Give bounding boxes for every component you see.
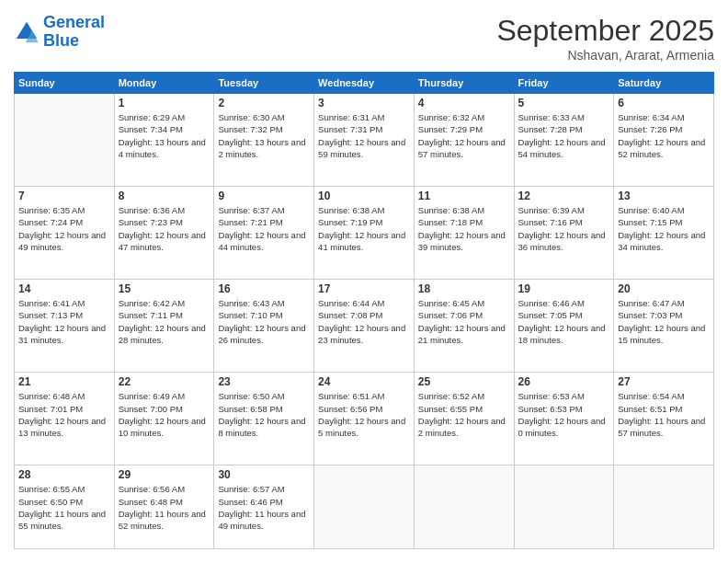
day-number: 26 <box>518 375 610 388</box>
day-number: 6 <box>618 97 710 109</box>
calendar-cell: 5Sunrise: 6:33 AMSunset: 7:28 PMDaylight… <box>514 94 614 187</box>
day-number: 30 <box>218 468 310 481</box>
day-info: Sunrise: 6:53 AMSunset: 6:53 PMDaylight:… <box>518 390 610 439</box>
calendar-week-1: 1Sunrise: 6:29 AMSunset: 7:34 PMDaylight… <box>15 94 714 187</box>
calendar-cell: 24Sunrise: 6:51 AMSunset: 6:56 PMDayligh… <box>314 373 415 465</box>
day-info: Sunrise: 6:51 AMSunset: 6:56 PMDaylight:… <box>318 390 410 439</box>
calendar-cell: 26Sunrise: 6:53 AMSunset: 6:53 PMDayligh… <box>514 373 614 465</box>
calendar-cell: 8Sunrise: 6:36 AMSunset: 7:23 PMDaylight… <box>114 187 214 280</box>
day-info: Sunrise: 6:40 AMSunset: 7:15 PMDaylight:… <box>618 204 710 253</box>
day-number: 13 <box>618 190 710 202</box>
day-info: Sunrise: 6:47 AMSunset: 7:03 PMDaylight:… <box>618 297 710 346</box>
day-info: Sunrise: 6:49 AMSunset: 7:00 PMDaylight:… <box>119 390 210 439</box>
day-info: Sunrise: 6:46 AMSunset: 7:05 PMDaylight:… <box>518 297 610 346</box>
day-info: Sunrise: 6:39 AMSunset: 7:16 PMDaylight:… <box>518 204 610 253</box>
day-info: Sunrise: 6:56 AMSunset: 6:48 PMDaylight:… <box>119 483 210 532</box>
column-header-friday: Friday <box>514 73 614 94</box>
column-header-saturday: Saturday <box>614 73 714 94</box>
calendar-week-2: 7Sunrise: 6:35 AMSunset: 7:24 PMDaylight… <box>15 187 714 280</box>
day-number: 2 <box>218 97 310 109</box>
calendar-cell: 27Sunrise: 6:54 AMSunset: 6:51 PMDayligh… <box>614 373 714 465</box>
calendar-cell: 19Sunrise: 6:46 AMSunset: 7:05 PMDayligh… <box>514 280 614 373</box>
day-info: Sunrise: 6:34 AMSunset: 7:26 PMDaylight:… <box>618 111 710 160</box>
day-number: 15 <box>119 282 210 295</box>
page: General Blue September 2025 Nshavan, Ara… <box>0 0 728 563</box>
calendar-cell: 20Sunrise: 6:47 AMSunset: 7:03 PMDayligh… <box>614 280 714 373</box>
day-number: 9 <box>218 190 310 202</box>
day-number: 16 <box>218 282 310 295</box>
day-info: Sunrise: 6:44 AMSunset: 7:08 PMDaylight:… <box>318 297 410 346</box>
day-number: 20 <box>618 282 710 295</box>
day-info: Sunrise: 6:48 AMSunset: 7:01 PMDaylight:… <box>18 390 110 439</box>
day-number: 4 <box>418 97 510 109</box>
calendar-cell: 7Sunrise: 6:35 AMSunset: 7:24 PMDaylight… <box>15 187 115 280</box>
day-info: Sunrise: 6:50 AMSunset: 6:58 PMDaylight:… <box>218 390 310 439</box>
day-number: 27 <box>618 375 710 388</box>
header: General Blue September 2025 Nshavan, Ara… <box>14 14 714 63</box>
month-title: September 2025 <box>496 14 714 48</box>
calendar-cell: 30Sunrise: 6:57 AMSunset: 6:46 PMDayligh… <box>214 465 314 549</box>
calendar-cell: 10Sunrise: 6:38 AMSunset: 7:19 PMDayligh… <box>314 187 415 280</box>
day-number: 12 <box>518 190 610 202</box>
calendar-week-3: 14Sunrise: 6:41 AMSunset: 7:13 PMDayligh… <box>15 280 714 373</box>
calendar-cell: 1Sunrise: 6:29 AMSunset: 7:34 PMDaylight… <box>114 94 214 187</box>
calendar-cell: 22Sunrise: 6:49 AMSunset: 7:00 PMDayligh… <box>114 373 214 465</box>
title-block: September 2025 Nshavan, Ararat, Armenia <box>496 14 714 63</box>
day-info: Sunrise: 6:31 AMSunset: 7:31 PMDaylight:… <box>318 111 410 160</box>
calendar-cell <box>15 94 115 187</box>
day-number: 1 <box>119 97 210 109</box>
calendar-cell <box>314 465 415 549</box>
column-header-thursday: Thursday <box>414 73 514 94</box>
day-number: 23 <box>218 375 310 388</box>
day-info: Sunrise: 6:33 AMSunset: 7:28 PMDaylight:… <box>518 111 610 160</box>
day-info: Sunrise: 6:30 AMSunset: 7:32 PMDaylight:… <box>218 111 310 160</box>
day-number: 19 <box>518 282 610 295</box>
day-number: 24 <box>318 375 410 388</box>
day-info: Sunrise: 6:35 AMSunset: 7:24 PMDaylight:… <box>18 204 110 253</box>
calendar-cell <box>614 465 714 549</box>
day-number: 28 <box>18 468 110 481</box>
day-info: Sunrise: 6:37 AMSunset: 7:21 PMDaylight:… <box>218 204 310 253</box>
day-number: 22 <box>119 375 210 388</box>
logo-text: General Blue <box>43 14 105 51</box>
calendar-cell: 15Sunrise: 6:42 AMSunset: 7:11 PMDayligh… <box>114 280 214 373</box>
calendar-cell: 2Sunrise: 6:30 AMSunset: 7:32 PMDaylight… <box>214 94 314 187</box>
day-number: 10 <box>318 190 410 202</box>
logo-icon <box>14 19 40 45</box>
calendar-cell: 4Sunrise: 6:32 AMSunset: 7:29 PMDaylight… <box>414 94 514 187</box>
day-info: Sunrise: 6:29 AMSunset: 7:34 PMDaylight:… <box>119 111 210 160</box>
day-number: 14 <box>18 282 110 295</box>
calendar-cell: 29Sunrise: 6:56 AMSunset: 6:48 PMDayligh… <box>114 465 214 549</box>
column-header-wednesday: Wednesday <box>314 73 415 94</box>
day-info: Sunrise: 6:32 AMSunset: 7:29 PMDaylight:… <box>418 111 510 160</box>
calendar-cell: 9Sunrise: 6:37 AMSunset: 7:21 PMDaylight… <box>214 187 314 280</box>
calendar-cell: 12Sunrise: 6:39 AMSunset: 7:16 PMDayligh… <box>514 187 614 280</box>
day-number: 17 <box>318 282 410 295</box>
day-number: 18 <box>418 282 510 295</box>
day-number: 21 <box>18 375 110 388</box>
day-number: 7 <box>18 190 110 202</box>
calendar-cell: 6Sunrise: 6:34 AMSunset: 7:26 PMDaylight… <box>614 94 714 187</box>
day-number: 8 <box>119 190 210 202</box>
day-info: Sunrise: 6:38 AMSunset: 7:19 PMDaylight:… <box>318 204 410 253</box>
calendar-week-4: 21Sunrise: 6:48 AMSunset: 7:01 PMDayligh… <box>15 373 714 465</box>
calendar-cell: 23Sunrise: 6:50 AMSunset: 6:58 PMDayligh… <box>214 373 314 465</box>
column-header-tuesday: Tuesday <box>214 73 314 94</box>
calendar-table: SundayMondayTuesdayWednesdayThursdayFrid… <box>14 72 714 549</box>
day-info: Sunrise: 6:38 AMSunset: 7:18 PMDaylight:… <box>418 204 510 253</box>
logo-line1: General <box>43 13 105 31</box>
day-info: Sunrise: 6:42 AMSunset: 7:11 PMDaylight:… <box>119 297 210 346</box>
day-info: Sunrise: 6:54 AMSunset: 6:51 PMDaylight:… <box>618 390 710 439</box>
day-info: Sunrise: 6:36 AMSunset: 7:23 PMDaylight:… <box>119 204 210 253</box>
calendar-cell: 28Sunrise: 6:55 AMSunset: 6:50 PMDayligh… <box>15 465 115 549</box>
calendar-header-row: SundayMondayTuesdayWednesdayThursdayFrid… <box>15 73 714 94</box>
calendar-cell: 25Sunrise: 6:52 AMSunset: 6:55 PMDayligh… <box>414 373 514 465</box>
day-number: 3 <box>318 97 410 109</box>
day-info: Sunrise: 6:52 AMSunset: 6:55 PMDaylight:… <box>418 390 510 439</box>
calendar-cell: 13Sunrise: 6:40 AMSunset: 7:15 PMDayligh… <box>614 187 714 280</box>
day-info: Sunrise: 6:57 AMSunset: 6:46 PMDaylight:… <box>218 483 310 532</box>
day-number: 25 <box>418 375 510 388</box>
day-number: 29 <box>119 468 210 481</box>
calendar-cell: 3Sunrise: 6:31 AMSunset: 7:31 PMDaylight… <box>314 94 415 187</box>
column-header-monday: Monday <box>114 73 214 94</box>
